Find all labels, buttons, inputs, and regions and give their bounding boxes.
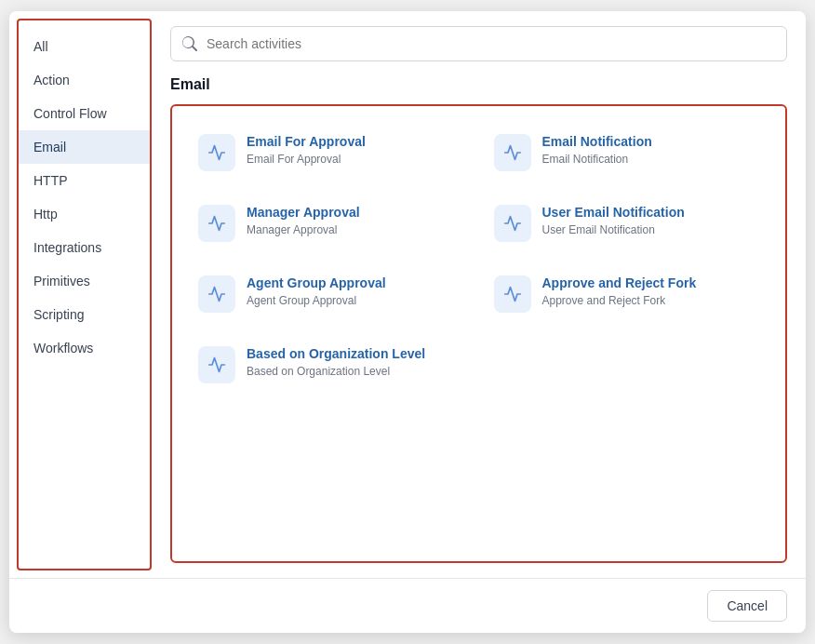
pulse-icon: [198, 275, 235, 313]
activity-desc: Agent Group Approval: [247, 294, 464, 307]
activity-name: Manager Approval: [247, 205, 464, 220]
sidebar-item-primitives[interactable]: Primitives: [19, 264, 150, 298]
pulse-icon: [198, 205, 235, 242]
sidebar-item-http2[interactable]: Http: [19, 197, 150, 231]
sidebar-item-integrations[interactable]: Integrations: [19, 231, 150, 264]
activities-grid: Email For ApprovalEmail For Approval Ema…: [187, 121, 770, 396]
search-input[interactable]: [170, 26, 787, 61]
activity-card-based-on-org-level[interactable]: Based on Organization LevelBased on Orga…: [187, 333, 475, 396]
section-title: Email: [170, 76, 787, 93]
modal: AllActionControl FlowEmailHTTPHttpIntegr…: [9, 11, 806, 633]
activity-card-email-for-approval[interactable]: Email For ApprovalEmail For Approval: [187, 121, 475, 184]
activity-info: Agent Group ApprovalAgent Group Approval: [247, 275, 464, 307]
activity-desc: Approve and Reject Fork: [542, 294, 760, 307]
modal-footer: Cancel: [9, 578, 806, 633]
activity-info: Manager ApprovalManager Approval: [247, 205, 464, 236]
activity-name: Based on Organization Level: [247, 346, 464, 361]
activity-card-agent-group-approval[interactable]: Agent Group ApprovalAgent Group Approval: [187, 262, 475, 326]
pulse-icon: [494, 275, 531, 313]
activity-info: Approve and Reject ForkApprove and Rejec…: [542, 275, 760, 307]
activity-desc: Email Notification: [542, 153, 760, 166]
cancel-button[interactable]: Cancel: [707, 590, 787, 622]
activity-info: Email NotificationEmail Notification: [542, 134, 760, 166]
activity-card-approve-reject-fork[interactable]: Approve and Reject ForkApprove and Rejec…: [483, 262, 771, 326]
pulse-icon: [494, 134, 531, 171]
activity-desc: Based on Organization Level: [247, 365, 464, 378]
main-content: Email Email For ApprovalEmail For Approv…: [152, 11, 806, 578]
pulse-icon: [198, 134, 235, 171]
pulse-icon: [494, 205, 531, 242]
sidebar-item-scripting[interactable]: Scripting: [19, 298, 150, 331]
activity-info: User Email NotificationUser Email Notifi…: [542, 205, 760, 236]
activity-card-email-notification[interactable]: Email NotificationEmail Notification: [483, 121, 771, 184]
sidebar: AllActionControl FlowEmailHTTPHttpIntegr…: [17, 19, 152, 570]
activity-desc: Manager Approval: [247, 223, 464, 236]
activity-name: User Email Notification: [542, 205, 760, 220]
activity-name: Email Notification: [542, 134, 760, 149]
activity-desc: Email For Approval: [247, 153, 464, 166]
sidebar-item-email[interactable]: Email: [19, 130, 150, 164]
activity-info: Email For ApprovalEmail For Approval: [247, 134, 464, 166]
activity-desc: User Email Notification: [542, 223, 760, 236]
activities-container: Email For ApprovalEmail For Approval Ema…: [170, 104, 787, 563]
sidebar-item-control-flow[interactable]: Control Flow: [19, 97, 150, 130]
sidebar-item-workflows[interactable]: Workflows: [19, 331, 150, 365]
activity-name: Agent Group Approval: [247, 275, 464, 290]
activity-name: Email For Approval: [247, 134, 464, 149]
pulse-icon: [198, 346, 235, 383]
sidebar-item-http[interactable]: HTTP: [19, 164, 150, 197]
sidebar-item-all[interactable]: All: [19, 30, 150, 63]
modal-body: AllActionControl FlowEmailHTTPHttpIntegr…: [9, 11, 806, 578]
activity-card-manager-approval[interactable]: Manager ApprovalManager Approval: [187, 192, 475, 255]
activity-info: Based on Organization LevelBased on Orga…: [247, 346, 464, 378]
sidebar-item-action[interactable]: Action: [19, 63, 150, 97]
activity-name: Approve and Reject Fork: [542, 275, 760, 290]
activity-card-user-email-notification[interactable]: User Email NotificationUser Email Notifi…: [483, 192, 771, 255]
